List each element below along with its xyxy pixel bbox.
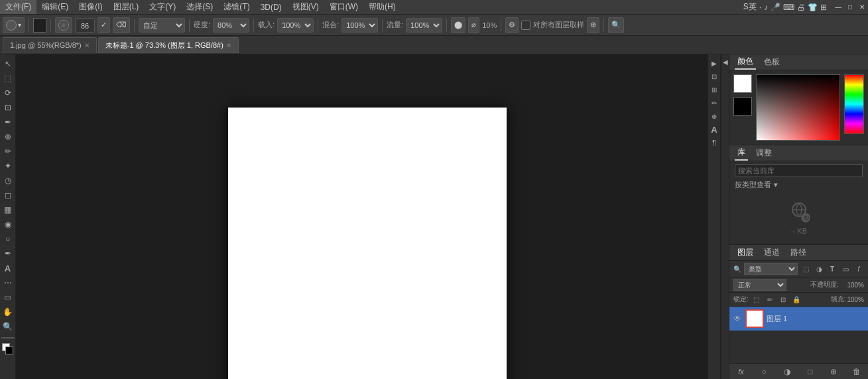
menu-filter[interactable]: 滤镜(T) bbox=[218, 0, 255, 14]
panel-tool-6[interactable]: A bbox=[708, 123, 720, 135]
menu-layer[interactable]: 图层(L) bbox=[108, 0, 145, 14]
panel-tool-2[interactable]: ⊡ bbox=[708, 70, 720, 82]
foreground-bg-colors[interactable] bbox=[1, 342, 15, 356]
panel-tool-5[interactable]: ⊕ bbox=[708, 110, 720, 122]
lock-all-icon[interactable]: 🔒 bbox=[791, 294, 802, 305]
menu-select[interactable]: 选择(S) bbox=[181, 0, 218, 14]
panel-tool-4[interactable]: ✏ bbox=[708, 97, 720, 109]
pressure-icon[interactable]: ⊕ bbox=[587, 17, 599, 33]
grid-icon[interactable]: ⊞ bbox=[820, 3, 827, 12]
gradient-tool[interactable]: ▦ bbox=[1, 203, 15, 216]
lock-pixels-icon[interactable]: ⬚ bbox=[751, 294, 762, 305]
brush-tool[interactable]: ✏ bbox=[1, 145, 15, 158]
layer-adjustment-button[interactable]: ◑ bbox=[780, 365, 794, 378]
layer-type-dropdown[interactable]: 类型 bbox=[744, 263, 798, 275]
settings-icon[interactable]: ⚙ bbox=[505, 17, 519, 33]
new-layer-button[interactable]: ⊕ bbox=[827, 365, 840, 378]
brush-mode-icon[interactable]: ✓ bbox=[97, 17, 110, 33]
load-value[interactable]: 100% bbox=[277, 18, 314, 33]
maximize-button[interactable]: □ bbox=[844, 1, 856, 13]
pen-tool[interactable]: ✒ bbox=[1, 247, 15, 260]
blend-value[interactable]: 100% bbox=[341, 18, 378, 33]
swatches-tab[interactable]: 色板 bbox=[761, 55, 782, 69]
canvas-area[interactable] bbox=[16, 54, 708, 379]
dodge-tool[interactable]: ○ bbox=[1, 232, 15, 246]
select-tool[interactable]: ⬚ bbox=[1, 72, 15, 85]
filter-fx-icon[interactable]: f bbox=[853, 264, 864, 274]
tab-1jpg-close[interactable]: ✕ bbox=[84, 42, 90, 49]
airbrush-icon[interactable]: ⬤ bbox=[451, 17, 465, 33]
eyedropper-tool[interactable]: ✒ bbox=[1, 115, 15, 129]
heal-tool[interactable]: ⊕ bbox=[1, 130, 15, 143]
panel-tool-3[interactable]: ⊞ bbox=[708, 84, 720, 96]
filter-image-icon[interactable]: ⬚ bbox=[800, 264, 811, 274]
color-picker[interactable] bbox=[756, 74, 840, 141]
shirt-icon[interactable]: 👕 bbox=[808, 3, 818, 12]
layer-visibility-toggle[interactable]: 👁 bbox=[732, 313, 743, 324]
browse-type-label[interactable]: 按类型查看 ▾ bbox=[735, 177, 863, 192]
ime-icon[interactable]: S英 bbox=[743, 1, 757, 13]
lasso-tool[interactable]: ⟳ bbox=[1, 86, 15, 100]
menu-window[interactable]: 窗口(W) bbox=[324, 0, 363, 14]
filter-text-icon[interactable]: T bbox=[827, 264, 837, 274]
shape-tool[interactable]: ▭ bbox=[1, 291, 15, 304]
search-button[interactable]: 🔍 bbox=[608, 17, 624, 33]
tab-untitled[interactable]: 未标题-1 @ 73.3% (图层 1, RGB/8#) ✕ bbox=[98, 37, 239, 53]
menu-3d[interactable]: 3D(D) bbox=[255, 1, 287, 13]
hand-tool[interactable]: ✋ bbox=[1, 305, 15, 319]
tab-untitled-close[interactable]: ✕ bbox=[226, 42, 231, 49]
panel-tool-7[interactable]: ¶ bbox=[708, 137, 720, 149]
lock-position-icon[interactable]: ✏ bbox=[765, 294, 775, 305]
minimize-button[interactable]: — bbox=[832, 1, 844, 13]
flow-value[interactable]: 100% bbox=[406, 18, 442, 33]
history-tool[interactable]: ◷ bbox=[1, 174, 15, 187]
tab-1jpg[interactable]: 1.jpg @ 55%(RGB/8*) ✕ bbox=[3, 37, 97, 53]
lock-artboard-icon[interactable]: ⊡ bbox=[778, 294, 788, 305]
eraser-tool[interactable]: ◻ bbox=[1, 189, 15, 202]
collapse-panel-button[interactable]: ◀ bbox=[721, 54, 729, 379]
close-button[interactable]: ✕ bbox=[856, 1, 868, 13]
sample-all-layers-checkbox[interactable] bbox=[521, 21, 530, 30]
background-color-swatch[interactable] bbox=[733, 97, 752, 115]
move-tool[interactable]: ↖ bbox=[1, 57, 15, 70]
layer-fx-button[interactable]: fx bbox=[734, 365, 747, 378]
blend-mode-dropdown[interactable]: 正常 bbox=[733, 279, 786, 291]
blur-tool[interactable]: ◉ bbox=[1, 218, 15, 231]
tool-preset-icon[interactable]: ▾ bbox=[3, 17, 25, 33]
menu-view[interactable]: 视图(V) bbox=[287, 0, 324, 14]
print-icon[interactable]: 🖨 bbox=[797, 3, 805, 12]
text-tool[interactable]: A bbox=[1, 262, 15, 275]
menu-text[interactable]: 文字(Y) bbox=[144, 0, 181, 14]
brush-eraser-icon[interactable]: ⌫ bbox=[113, 17, 130, 33]
clone-tool[interactable]: ✦ bbox=[1, 159, 15, 173]
foreground-color-swatch[interactable] bbox=[733, 74, 752, 93]
preset-dropdown[interactable]: 自定 bbox=[139, 18, 185, 33]
brush-preset-button[interactable] bbox=[55, 17, 72, 33]
color-tab[interactable]: 颜色 bbox=[735, 54, 756, 70]
music-icon[interactable]: ♪ bbox=[764, 3, 768, 12]
delete-layer-button[interactable]: 🗑 bbox=[850, 365, 863, 378]
filter-shape-icon[interactable]: ▭ bbox=[840, 264, 851, 274]
layer-group-button[interactable]: □ bbox=[804, 365, 817, 378]
smudge-icon[interactable]: ⌀ bbox=[468, 17, 479, 33]
layer-row[interactable]: 👁 图层 1 bbox=[729, 307, 868, 331]
brush-color-box[interactable] bbox=[33, 18, 46, 33]
library-search-input[interactable] bbox=[735, 164, 863, 177]
menu-file[interactable]: 文件(F) bbox=[0, 0, 36, 14]
menu-image[interactable]: 图像(I) bbox=[74, 0, 107, 14]
adjustment-tab[interactable]: 调整 bbox=[753, 146, 775, 160]
crop-tool[interactable]: ⊡ bbox=[1, 101, 15, 114]
menu-edit[interactable]: 编辑(E) bbox=[36, 0, 74, 14]
filter-adjust-icon[interactable]: ◑ bbox=[814, 264, 824, 274]
library-tab[interactable]: 库 bbox=[735, 145, 748, 161]
mic-icon[interactable]: 🎤 bbox=[771, 3, 780, 12]
path-tool[interactable]: ⋯ bbox=[1, 276, 15, 289]
menu-help[interactable]: 帮助(H) bbox=[363, 0, 401, 14]
zoom-tool[interactable]: 🔍 bbox=[1, 320, 15, 333]
layers-tab[interactable]: 图层 bbox=[735, 246, 756, 260]
hue-slider[interactable] bbox=[844, 74, 864, 134]
keyboard-icon[interactable]: ⌨ bbox=[783, 3, 794, 12]
hardness-value[interactable]: 80% bbox=[213, 18, 249, 33]
channels-tab[interactable]: 通道 bbox=[761, 246, 782, 260]
layer-mask-button[interactable]: ○ bbox=[757, 365, 771, 378]
